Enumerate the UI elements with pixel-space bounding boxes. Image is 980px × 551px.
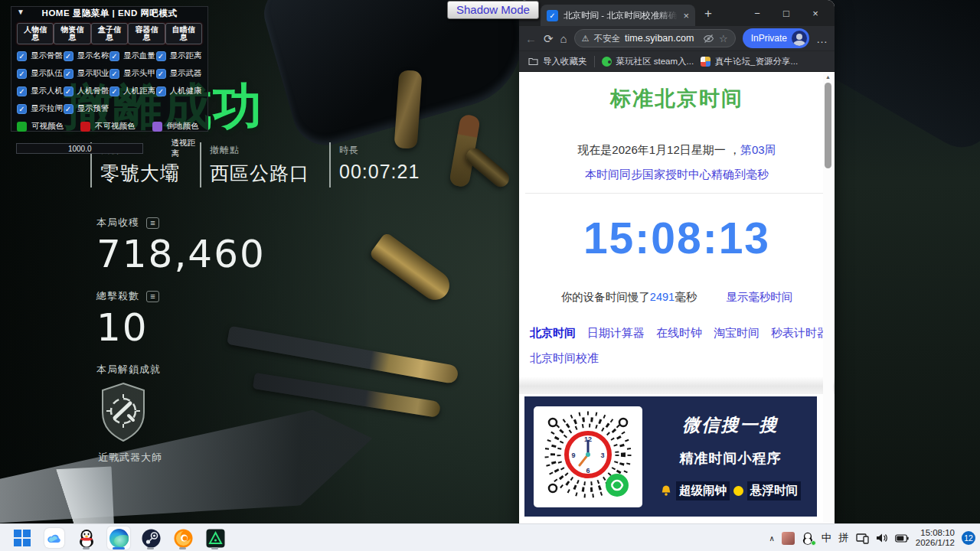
tab-loot-info[interactable]: 物资信息 (54, 23, 90, 44)
close-button[interactable]: × (801, 8, 830, 19)
wechat-banner[interactable]: 12 3 6 9 微信搜一搜 精准时间小程序 (524, 396, 817, 517)
ime-pinyin-indicator[interactable]: 拼 (838, 531, 849, 545)
notification-badge[interactable]: 12 (962, 531, 975, 545)
nav-online-clock[interactable]: 在线时钟 (656, 326, 702, 341)
ime-language-indicator[interactable]: 中 (822, 531, 832, 545)
edge-browser-icon (109, 529, 129, 548)
checkbox-checked-icon[interactable]: ✓ (109, 86, 119, 96)
taskbar-edge-app[interactable] (107, 527, 130, 549)
steam-icon (142, 529, 161, 548)
checkbox-show-armor[interactable]: ✓显示头甲 (109, 68, 156, 79)
nav-beijing-time[interactable]: 北京时间 (530, 326, 576, 341)
checkbox-checked-icon[interactable]: ✓ (156, 69, 166, 79)
nav-date-calculator[interactable]: 日期计算器 (587, 326, 645, 341)
checkbox-show-bones[interactable]: ✓显示骨骼 (17, 51, 64, 61)
nav-time-calibration[interactable]: 北京时间校准 (530, 351, 599, 364)
checkbox-checked-icon[interactable]: ✓ (17, 51, 27, 61)
orange-swirl-icon (174, 529, 193, 548)
address-bar[interactable]: ⚠ 不安全 time.syiban.com ☆ (574, 29, 736, 47)
checkbox-show-weapon[interactable]: ✓显示武器 (156, 68, 203, 79)
checkbox-bot-distance[interactable]: ✓人机距离 (109, 86, 156, 96)
collapse-icon[interactable]: ▼ (17, 8, 24, 16)
checkbox-show-name[interactable]: ✓显示名称 (64, 51, 110, 61)
scroll-up-icon[interactable]: ▲ (823, 73, 833, 81)
checkbox-checked-icon[interactable]: ✓ (109, 69, 119, 79)
checkbox-show-bots[interactable]: ✓显示人机 (17, 86, 64, 96)
inprivate-badge[interactable]: InPrivate (743, 28, 809, 48)
checkbox-show-class[interactable]: ✓显示职业 (64, 68, 110, 79)
checkbox-checked-icon[interactable]: ✓ (64, 69, 74, 79)
sync-source-link[interactable]: 本时间同步国家授时中心精确到毫秒 (585, 168, 769, 182)
checkbox-checked-icon[interactable]: ✓ (109, 51, 119, 61)
downed-color-setting[interactable]: 倒地颜色 (152, 121, 199, 132)
shadow-mode-button[interactable]: Shadow Mode (447, 1, 539, 19)
invisible-color-setting[interactable]: 不可视颜色 (80, 121, 136, 132)
bookmark-zhenniu[interactable]: 真牛论坛_资源分享... (701, 56, 798, 67)
checkbox-checked-icon[interactable]: ✓ (64, 86, 74, 96)
taskbar-steam-app[interactable] (139, 527, 162, 549)
show-milliseconds-link[interactable]: 显示毫秒时间 (726, 291, 792, 303)
taskbar-qq-app[interactable] (75, 527, 98, 549)
checkbox-bot-bones[interactable]: ✓人机骨骼 (64, 86, 110, 96)
checkbox-show-team[interactable]: ✓显示队伍 (17, 68, 64, 79)
battery-icon[interactable] (895, 534, 909, 543)
start-button[interactable] (11, 527, 34, 549)
favorite-star-icon[interactable]: ☆ (719, 34, 728, 44)
visible-color-swatch[interactable] (17, 122, 27, 132)
tab-aimbot-info[interactable]: 自瞄信息 (165, 23, 202, 44)
perspective-distance-input[interactable] (16, 143, 143, 154)
tab-player-info[interactable]: 人物信息 (17, 23, 54, 44)
speaker-icon[interactable] (876, 533, 888, 543)
bookmark-caiwan[interactable]: 菜玩社区 steam入... (602, 56, 694, 67)
hidden-icons-chevron[interactable]: ∧ (769, 534, 775, 543)
tray-qq-icon[interactable] (802, 532, 815, 545)
checkbox-checked-icon[interactable]: ✓ (64, 51, 74, 61)
checkbox-show-health[interactable]: ✓显示血量 (109, 51, 156, 61)
match-evac-column: 撤離點 西區公路口 (200, 142, 329, 187)
tab-container-info[interactable]: 容器信息 (128, 23, 165, 44)
tab-close-icon[interactable]: × (683, 11, 689, 21)
browser-tab[interactable]: ✓ 北京时间 - 北京时间校准精确到毫 × (541, 5, 695, 26)
taskbar-green-triangle-app[interactable] (204, 527, 227, 549)
offset-milliseconds: 2491 (650, 291, 675, 303)
checkbox-checked-icon[interactable]: ✓ (156, 51, 166, 61)
profile-avatar[interactable] (792, 31, 807, 46)
maximize-button[interactable]: □ (772, 8, 801, 19)
taskbar-cloud-app[interactable] (43, 527, 66, 549)
downed-color-swatch[interactable] (152, 122, 162, 132)
invisible-color-swatch[interactable] (80, 122, 90, 132)
nav-stopwatch[interactable]: 秒表计时器 (771, 326, 828, 341)
list-icon[interactable]: ≡ (146, 291, 159, 302)
checkbox-checked-icon[interactable]: ✓ (156, 86, 166, 96)
checkbox-bot-health[interactable]: ✓人机健康 (156, 86, 203, 96)
eye-slash-icon[interactable] (703, 34, 714, 44)
url-text[interactable]: time.syiban.com (625, 33, 698, 44)
checkbox-checked-icon[interactable]: ✓ (17, 69, 27, 79)
tab-box-info[interactable]: 盒子信息 (91, 23, 128, 44)
checkbox-show-warning[interactable]: ✓显示预警 (64, 103, 110, 114)
refresh-icon[interactable]: ⟳ (544, 33, 554, 44)
taskbar-clock[interactable]: 15:08:10 2026/1/12 (916, 528, 955, 548)
visible-color-setting[interactable]: 可视颜色 (17, 121, 64, 132)
list-icon[interactable]: ≡ (146, 217, 159, 229)
new-tab-button[interactable]: + (704, 6, 712, 21)
minimize-button[interactable]: − (743, 8, 772, 19)
checkbox-checked-icon[interactable]: ✓ (17, 86, 27, 96)
nav-taobao-time[interactable]: 淘宝时间 (714, 326, 760, 341)
back-icon[interactable]: ← (525, 33, 537, 44)
checkbox-checked-icon[interactable]: ✓ (64, 104, 74, 114)
checkbox-checked-icon[interactable]: ✓ (17, 104, 27, 114)
checkbox-show-distance[interactable]: ✓显示距离 (156, 51, 203, 61)
taskbar-orange-app[interactable] (172, 527, 194, 549)
scrollbar-thumb[interactable] (825, 83, 831, 168)
more-menu-icon[interactable]: … (816, 32, 828, 45)
bookmark-import-favorites[interactable]: 导入收藏夹 (528, 56, 587, 67)
match-duration-value: 00:07:21 (339, 161, 420, 183)
home-icon[interactable]: ⌂ (560, 33, 567, 44)
tray-avatar-icon[interactable] (782, 532, 795, 545)
scrollbar[interactable]: ▲ (823, 73, 833, 522)
bullet-decoration (369, 232, 456, 306)
week-link[interactable]: 第03周 (740, 143, 776, 156)
checkbox-show-switch[interactable]: ✓显示拉闸 (17, 103, 64, 114)
cast-display-icon[interactable] (856, 533, 869, 544)
